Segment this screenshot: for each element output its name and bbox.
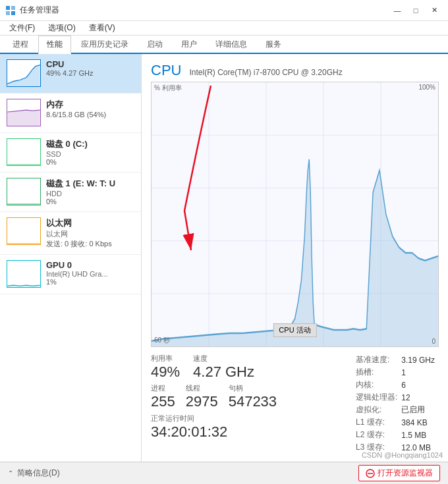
cores-label: 内核: <box>356 379 401 391</box>
sidebar-mem-name: 内存 <box>46 99 134 111</box>
summary-label: 简略信息(D) <box>17 468 60 479</box>
thread-label: 线程 <box>186 383 218 393</box>
uptime-label: 正常运行时间 <box>151 414 343 423</box>
svg-rect-0 <box>6 6 10 10</box>
sidebar-cpu-usage: 49% 4.27 GHz <box>46 69 134 77</box>
base-speed-label: 基准速度: <box>356 354 401 366</box>
stat-logical-row: 逻辑处理器: 12 <box>356 391 439 404</box>
sidebar-disk0-graph <box>7 138 41 166</box>
left-stats: 利用率 49% 速度 4.27 GHz 进程 255 <box>151 354 343 454</box>
svg-rect-2 <box>6 11 10 15</box>
right-stats-table: 基准速度: 3.19 GHz 插槽: 1 内核: 6 逻辑处理器: <box>356 354 439 454</box>
virt-label: 虚拟化: <box>356 404 401 416</box>
uptime-value: 34:20:01:32 <box>151 423 343 441</box>
sidebar-mem-usage: 8.6/15.8 GB (54%) <box>46 111 134 119</box>
sidebar-gpu-type: Intel(R) UHD Gra... <box>46 270 134 278</box>
stat-base-speed-row: 基准速度: 3.19 GHz <box>356 354 439 366</box>
tab-app-history[interactable]: 应用历史记录 <box>72 36 137 53</box>
utilization-label: 利用率 <box>151 354 180 363</box>
chart-svg <box>152 82 438 346</box>
sidebar-disk0-info: 磁盘 0 (C:) SSD 0% <box>46 138 134 166</box>
status-bar: ⌃ 简略信息(D) 打开资源监视器 <box>0 462 448 484</box>
panel-subtitle: Intel(R) Core(TM) i7-8700 CPU @ 3.20GHz <box>189 68 342 77</box>
sidebar-disk1-name: 磁盘 1 (E: W: T: U <box>46 178 134 190</box>
minimize-button[interactable]: — <box>389 3 406 18</box>
status-right: 打开资源监视器 <box>358 465 440 481</box>
tab-startup[interactable]: 启动 <box>138 36 171 53</box>
menu-view[interactable]: 查看(V) <box>84 21 121 35</box>
process-value: 255 <box>151 393 175 410</box>
sidebar-item-disk1[interactable]: 磁盘 1 (E: W: T: U HDD 0% <box>0 173 141 212</box>
maximize-button[interactable]: □ <box>407 3 424 18</box>
l2-label: L2 缓存: <box>356 429 401 441</box>
cores-value: 6 <box>401 379 439 391</box>
stat-cores-row: 内核: 6 <box>356 379 439 391</box>
stat-l2-row: L2 缓存: 1.5 MB <box>356 429 439 441</box>
speed-label: 速度 <box>193 354 254 363</box>
l3-label: L3 缓存: <box>356 441 401 454</box>
app-icon <box>5 5 16 16</box>
virt-value: 已启用 <box>401 404 439 416</box>
stat-process: 进程 255 <box>151 383 175 410</box>
cpu-chart: % 利用率 100% CPU 活动 60 秒 <box>151 82 439 347</box>
tab-performance[interactable]: 性能 <box>38 36 71 54</box>
stat-l3-row: L3 缓存: 12.0 MB <box>356 441 439 454</box>
logical-value: 12 <box>401 391 439 404</box>
main-content: CPU 49% 4.27 GHz 内存 8.6/15.8 GB (54%) <box>0 54 448 462</box>
status-summary[interactable]: ⌃ 简略信息(D) <box>8 468 60 479</box>
no-entry-icon <box>366 469 375 478</box>
speed-value: 4.27 GHz <box>193 363 254 381</box>
stats-section: 利用率 49% 速度 4.27 GHz 进程 255 <box>151 354 439 454</box>
sidebar-item-network[interactable]: 以太网 以太网 发送: 0 接收: 0 Kbps <box>0 212 141 255</box>
sidebar-gpu-name: GPU 0 <box>46 260 134 270</box>
l1-label: L1 缓存: <box>356 416 401 429</box>
sidebar-gpu-info: GPU 0 Intel(R) UHD Gra... 1% <box>46 260 134 286</box>
thread-value: 2975 <box>186 393 218 410</box>
tab-details[interactable]: 详细信息 <box>207 36 256 53</box>
l3-value: 12.0 MB <box>401 441 439 454</box>
cpu-activity-button[interactable]: CPU 活动 <box>273 323 316 337</box>
sidebar-item-cpu[interactable]: CPU 49% 4.27 GHz <box>0 54 141 94</box>
tab-services[interactable]: 服务 <box>257 36 290 53</box>
tab-process[interactable]: 进程 <box>4 36 37 53</box>
uptime-section: 正常运行时间 34:20:01:32 <box>151 414 343 441</box>
close-button[interactable]: ✕ <box>426 3 443 18</box>
stats-row2: 进程 255 线程 2975 句柄 547233 <box>151 383 343 410</box>
chevron-up-icon: ⌃ <box>8 470 13 477</box>
sidebar-disk1-graph <box>7 178 41 205</box>
sidebar: CPU 49% 4.27 GHz 内存 8.6/15.8 GB (54%) <box>0 54 142 462</box>
sidebar-item-gpu[interactable]: GPU 0 Intel(R) UHD Gra... 1% <box>0 255 141 294</box>
sidebar-disk0-name: 磁盘 0 (C:) <box>46 138 134 150</box>
stat-handle: 句柄 547233 <box>229 383 277 410</box>
sidebar-gpu-usage: 1% <box>46 278 134 286</box>
sidebar-disk0-usage: 0% <box>46 158 134 166</box>
stat-l1-row: L1 缓存: 384 KB <box>356 416 439 429</box>
sidebar-gpu-graph <box>7 260 41 288</box>
sockets-label: 插槽: <box>356 366 401 379</box>
l1-value: 384 KB <box>401 416 439 429</box>
window-title: 任务管理器 <box>20 5 59 16</box>
right-panel: CPU Intel(R) Core(TM) i7-8700 CPU @ 3.20… <box>142 54 448 462</box>
sidebar-net-usage: 发送: 0 接收: 0 Kbps <box>46 239 134 249</box>
sidebar-item-disk0[interactable]: 磁盘 0 (C:) SSD 0% <box>0 133 141 173</box>
chart-x-left: 60 秒 <box>154 336 170 345</box>
sidebar-disk1-info: 磁盘 1 (E: W: T: U HDD 0% <box>46 178 134 205</box>
sidebar-item-memory[interactable]: 内存 8.6/15.8 GB (54%) <box>0 94 141 133</box>
sidebar-net-name: 以太网 <box>46 217 134 229</box>
svg-marker-5 <box>7 110 40 126</box>
menu-options[interactable]: 选项(O) <box>43 21 80 35</box>
panel-title: CPU <box>151 62 181 79</box>
svg-marker-4 <box>7 65 40 86</box>
sidebar-net-graph <box>7 217 41 245</box>
logical-label: 逻辑处理器: <box>356 391 401 404</box>
chart-x-right: 0 <box>432 338 435 345</box>
l2-value: 1.5 MB <box>401 429 439 441</box>
menu-file[interactable]: 文件(F) <box>4 21 40 35</box>
tab-users[interactable]: 用户 <box>173 36 206 53</box>
chart-y-label: % 利用率 <box>154 84 182 93</box>
menu-bar: 文件(F) 选项(O) 查看(V) <box>0 21 448 36</box>
tab-bar: 进程 性能 应用历史记录 启动 用户 详细信息 服务 <box>0 36 448 54</box>
open-monitor-button[interactable]: 打开资源监视器 <box>358 465 440 481</box>
sidebar-net-type: 以太网 <box>46 229 134 239</box>
sidebar-disk0-type: SSD <box>46 150 134 158</box>
